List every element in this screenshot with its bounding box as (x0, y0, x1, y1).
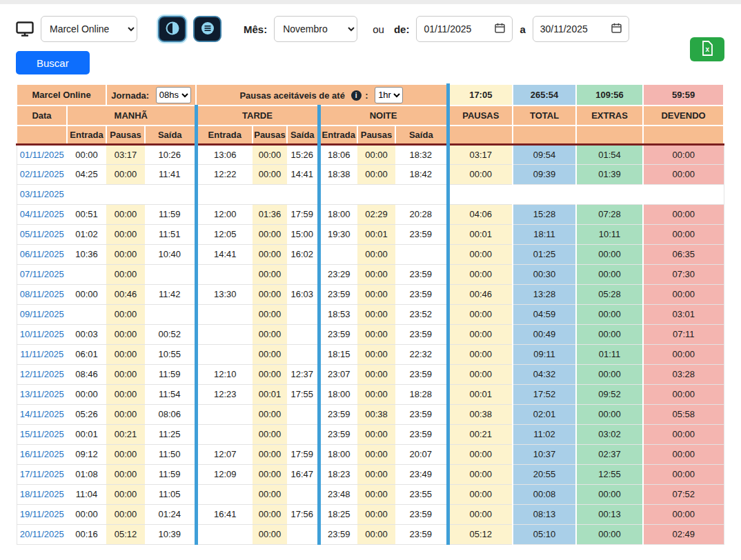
t-p-cell (253, 184, 287, 204)
t-out-cell: 16:02 (287, 244, 319, 264)
pausas-cell: 00:01 (448, 384, 513, 404)
t-out-cell (287, 184, 319, 204)
n-out-cell: 23:59 (395, 504, 448, 524)
t-p-cell: 00:00 (253, 464, 287, 484)
calendar-icon (611, 23, 622, 35)
m-in-cell: 10:36 (67, 244, 106, 264)
n-p-cell: 00:00 (357, 264, 395, 284)
m-out-cell: 11:51 (145, 224, 196, 244)
subheader-empty (17, 126, 67, 144)
date-cell[interactable]: 04/11/2025 (17, 204, 67, 224)
total-cell: 04:59 (513, 304, 576, 324)
t-out-cell: 12:37 (287, 364, 319, 384)
date-cell[interactable]: 08/11/2025 (17, 284, 67, 304)
info-icon[interactable]: i (351, 90, 362, 101)
t-p-cell: 01:36 (253, 204, 287, 224)
jornada-select[interactable]: 08hs (156, 87, 191, 103)
user-select[interactable]: Marcel Online (41, 16, 137, 42)
table-subheader-row: Entrada Pausas Saída Entrada Pausas Saíd… (17, 126, 724, 144)
m-out-cell: 08:06 (145, 404, 196, 424)
date-cell[interactable]: 15/11/2025 (17, 424, 67, 444)
date-cell[interactable]: 09/11/2025 (17, 304, 67, 324)
m-in-cell: 04:25 (67, 164, 106, 184)
table-row: 01/11/202500:0003:1710:2613:0600:0015:26… (17, 144, 724, 164)
list-view-button[interactable] (193, 16, 221, 42)
n-in-cell: 23:59 (319, 284, 357, 304)
n-p-cell: 00:01 (357, 224, 395, 244)
employee-name-link[interactable]: Marcel Online (17, 84, 106, 106)
date-cell[interactable]: 16/11/2025 (17, 444, 67, 464)
summary-total: 265:54 (513, 84, 576, 106)
subheader-entrada: Entrada (319, 126, 357, 144)
devendo-cell (643, 184, 724, 204)
date-cell[interactable]: 03/11/2025 (17, 184, 67, 204)
pausas-limit-colon: : (365, 90, 368, 100)
table-group-header-row: Data MANHÃ TARDE NOITE PAUSAS TOTAL EXTR… (17, 106, 724, 126)
extras-cell: 00:00 (576, 364, 643, 384)
date-cell[interactable]: 05/11/2025 (17, 224, 67, 244)
m-p-cell: 00:00 (106, 324, 145, 344)
devendo-cell: 02:49 (643, 524, 724, 544)
date-cell[interactable]: 02/11/2025 (17, 164, 67, 184)
t-in-cell (196, 524, 253, 544)
date-cell[interactable]: 19/11/2025 (17, 504, 67, 524)
pie-view-button[interactable] (158, 16, 186, 42)
date-cell[interactable]: 17/11/2025 (17, 464, 67, 484)
n-out-cell: 23:59 (395, 264, 448, 284)
t-p-cell: 00:00 (253, 524, 287, 544)
n-p-cell: 00:00 (357, 504, 395, 524)
table-row: 11/11/202506:0100:0010:5500:0018:1500:00… (17, 344, 724, 364)
t-out-cell (287, 424, 319, 444)
col-header-noite: NOITE (319, 106, 448, 126)
n-out-cell: 22:32 (395, 344, 448, 364)
m-p-cell: 00:00 (106, 444, 145, 464)
pausas-limit-label: Pausas aceitáveis de até (239, 90, 345, 100)
m-p-cell: 00:00 (106, 384, 145, 404)
n-p-cell: 00:00 (357, 444, 395, 464)
m-out-cell: 10:26 (145, 144, 196, 164)
devendo-cell: 07:30 (643, 264, 724, 284)
pausas-limit-select[interactable]: 1hr (375, 87, 403, 103)
from-date-input[interactable]: 01/11/2025 (416, 16, 513, 42)
summary-extras: 109:56 (576, 84, 643, 106)
export-excel-button[interactable]: x (690, 37, 724, 61)
n-in-cell: 18:25 (319, 504, 357, 524)
t-out-cell: 14:41 (287, 164, 319, 184)
devendo-cell: 00:00 (643, 224, 724, 244)
date-cell[interactable]: 12/11/2025 (17, 364, 67, 384)
m-p-cell: 00:00 (106, 404, 145, 424)
t-in-cell (196, 324, 253, 344)
subheader-pausas: Pausas (357, 126, 395, 144)
n-p-cell: 00:00 (357, 364, 395, 384)
date-cell[interactable]: 07/11/2025 (17, 264, 67, 284)
total-cell: 13:28 (513, 284, 576, 304)
t-in-cell: 12:00 (196, 204, 253, 224)
m-out-cell (145, 184, 196, 204)
date-cell[interactable]: 14/11/2025 (17, 404, 67, 424)
month-select[interactable]: Novembro (274, 16, 357, 42)
t-in-cell: 12:23 (196, 384, 253, 404)
pausas-cell: 00:46 (448, 284, 513, 304)
pausas-cell (448, 184, 513, 204)
pausas-cell: 00:00 (448, 444, 513, 464)
table-row: 20/11/202500:1605:1210:3900:0023:5900:00… (17, 524, 724, 544)
n-in-cell: 23:59 (319, 424, 357, 444)
buscar-button[interactable]: Buscar (16, 51, 90, 74)
date-cell[interactable]: 20/11/2025 (17, 524, 67, 544)
date-cell[interactable]: 18/11/2025 (17, 484, 67, 504)
n-in-cell: 23:29 (319, 264, 357, 284)
date-cell[interactable]: 10/11/2025 (17, 324, 67, 344)
from-label: de: (394, 23, 410, 35)
t-p-cell: 00:00 (253, 244, 287, 264)
to-date-input[interactable]: 30/11/2025 (533, 16, 629, 42)
date-cell[interactable]: 06/11/2025 (17, 244, 67, 264)
n-p-cell: 00:00 (357, 344, 395, 364)
m-out-cell: 11:42 (145, 284, 196, 304)
extras-cell: 12:55 (576, 464, 643, 484)
date-cell[interactable]: 01/11/2025 (17, 144, 67, 164)
t-out-cell (287, 264, 319, 284)
n-out-cell: 20:28 (395, 204, 448, 224)
col-header-devendo: DEVENDO (643, 106, 724, 126)
date-cell[interactable]: 11/11/2025 (17, 344, 67, 364)
date-cell[interactable]: 13/11/2025 (17, 384, 67, 404)
